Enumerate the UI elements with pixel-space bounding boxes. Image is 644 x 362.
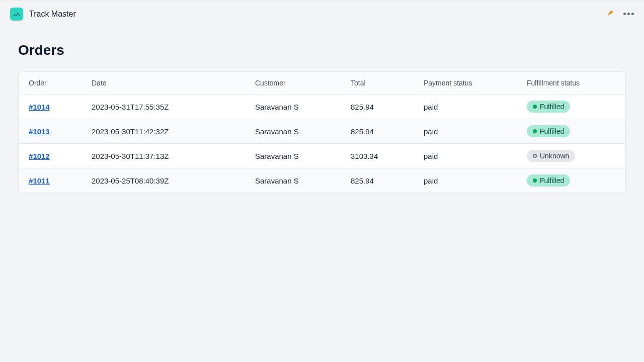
orders-table: Order Date Customer Total Payment status… [18, 71, 626, 193]
order-payment-status: paid [424, 176, 527, 185]
table-row: #10132023-05-30T11:42:32ZSaravanan S825.… [19, 119, 625, 144]
app-logo-icon [10, 8, 23, 21]
table-row: #10122023-05-30T11:37:13ZSaravanan S3103… [19, 144, 625, 168]
dot-icon [533, 129, 537, 133]
order-link[interactable]: #1011 [29, 176, 50, 185]
page-title: Orders [18, 42, 626, 58]
table-header-row: Order Date Customer Total Payment status… [19, 72, 625, 95]
table-row: #10112023-05-25T08:40:39ZSaravanan S825.… [19, 168, 625, 193]
order-payment-status: paid [424, 152, 527, 160]
order-fulfillment-cell: Fulfilled [527, 174, 615, 187]
order-date: 2023-05-31T17:55:35Z [92, 103, 255, 111]
col-header-customer: Customer [255, 79, 351, 87]
app-title: Track Master [29, 10, 76, 19]
col-header-date: Date [92, 79, 255, 87]
dot-icon [533, 105, 537, 109]
order-total: 825.94 [351, 176, 424, 185]
col-header-payment-status: Payment status [424, 79, 527, 87]
order-fulfillment-cell: Unknown [527, 150, 615, 162]
pin-icon[interactable] [606, 9, 614, 19]
app-header-left: Track Master [10, 8, 76, 21]
fulfillment-badge-label: Fulfilled [540, 127, 564, 135]
order-customer: Saravanan S [255, 176, 351, 185]
order-total: 825.94 [351, 127, 424, 136]
order-total: 3103.34 [351, 152, 424, 160]
dot-icon [533, 178, 537, 183]
fulfillment-badge-label: Fulfilled [540, 176, 564, 185]
order-link[interactable]: #1013 [29, 127, 50, 136]
order-date: 2023-05-30T11:37:13Z [92, 152, 255, 160]
col-header-order: Order [29, 79, 92, 87]
order-payment-status: paid [424, 103, 527, 111]
fulfillment-badge: Fulfilled [527, 174, 570, 187]
app-header: Track Master [0, 0, 644, 28]
fulfillment-badge-label: Unknown [540, 152, 569, 160]
order-date: 2023-05-25T08:40:39Z [92, 176, 255, 185]
page-content: Orders Order Date Customer Total Payment… [0, 28, 644, 207]
order-customer: Saravanan S [255, 152, 351, 160]
col-header-fulfillment-status: Fulfillment status [527, 79, 615, 87]
order-fulfillment-cell: Fulfilled [527, 125, 615, 137]
order-date: 2023-05-30T11:42:32Z [92, 127, 255, 136]
order-customer: Saravanan S [255, 103, 351, 111]
app-header-actions [606, 9, 634, 19]
fulfillment-badge: Fulfilled [527, 101, 570, 113]
fulfillment-badge: Fulfilled [527, 125, 570, 137]
order-total: 825.94 [351, 103, 424, 111]
col-header-total: Total [351, 79, 424, 87]
order-payment-status: paid [424, 127, 527, 136]
table-row: #10142023-05-31T17:55:35ZSaravanan S825.… [19, 95, 625, 119]
more-icon[interactable] [623, 13, 634, 15]
order-fulfillment-cell: Fulfilled [527, 101, 615, 113]
fulfillment-badge-label: Fulfilled [540, 103, 564, 111]
order-link[interactable]: #1012 [29, 152, 50, 160]
order-link[interactable]: #1014 [29, 103, 50, 111]
order-customer: Saravanan S [255, 127, 351, 136]
circle-icon [533, 154, 537, 158]
fulfillment-badge: Unknown [527, 150, 575, 162]
